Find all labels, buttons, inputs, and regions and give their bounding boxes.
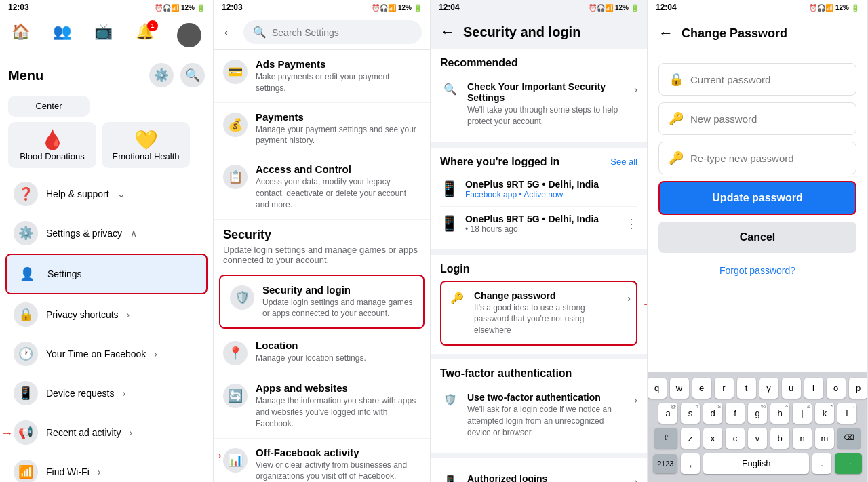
gear-icon[interactable]: ⚙️	[149, 63, 174, 87]
settings-item-access[interactable]: 📋 Access and Control Access your data, m…	[214, 155, 430, 219]
arrow-change-password: →	[642, 296, 647, 313]
menu-item-privacy[interactable]: 🔒 Privacy shortcuts ›	[5, 296, 208, 334]
authorized-icon: 📱	[440, 475, 460, 482]
device-1-more[interactable]: ⋮	[625, 216, 637, 231]
key-b[interactable]: b	[770, 428, 789, 449]
cancel-button[interactable]: Cancel	[658, 222, 856, 253]
nav-avatar[interactable]	[169, 19, 210, 52]
settings-item-off-facebook[interactable]: → 📊 Off-Facebook activity View or clear …	[214, 439, 430, 482]
key-enter[interactable]: →	[835, 453, 862, 474]
menu-item-help[interactable]: ❓ Help & support ⌄	[5, 175, 208, 213]
key-i[interactable]: i	[804, 378, 823, 399]
key-n[interactable]: n	[793, 428, 812, 449]
key-q[interactable]: q	[648, 378, 667, 399]
authorized-item[interactable]: 📱 Authorized logins Review a list of dev…	[440, 466, 637, 482]
device-item-1[interactable]: 📱 OnePlus 9RT 5G • Delhi, India • 18 hou…	[440, 207, 637, 241]
settings-item-payments[interactable]: 💰 Payments Manage your payment settings …	[214, 103, 430, 156]
settings-item-apps[interactable]: 🔄 Apps and websites Manage the informati…	[214, 374, 430, 438]
key-t[interactable]: t	[737, 378, 756, 399]
new-password-input[interactable]	[690, 113, 846, 125]
key-z[interactable]: z	[681, 428, 700, 449]
search-bar[interactable]: 🔍	[243, 20, 422, 44]
update-password-button[interactable]: Update password	[658, 181, 856, 215]
key-p[interactable]: p	[849, 378, 868, 399]
key-comma[interactable]: ,	[681, 453, 700, 474]
key-o[interactable]: o	[827, 378, 846, 399]
device-icon: 📱	[14, 381, 38, 405]
key-g[interactable]: g%	[748, 403, 767, 424]
key-a[interactable]: a@	[658, 403, 677, 424]
menu-item-settings-privacy[interactable]: ⚙️ Settings & privacy ∧	[5, 214, 208, 252]
payments-desc: Manage your payment settings and see you…	[256, 124, 420, 147]
settings-content: 💳 Ads Payments Make payments or edit you…	[214, 50, 430, 482]
settings-item-security-login[interactable]: 🛡️ Security and login Update login setti…	[219, 275, 425, 329]
lock-icon-1: 🔒	[669, 72, 684, 87]
key-k[interactable]: k*	[815, 403, 834, 424]
menu-item-device[interactable]: 📱 Device requests ›	[5, 374, 208, 412]
nav-watch[interactable]: 📺	[86, 19, 121, 52]
back-button-2[interactable]: ←	[222, 24, 237, 41]
key-j[interactable]: j&	[793, 403, 812, 424]
shortcut-emotional[interactable]: 💛 Emotional Health	[102, 122, 190, 168]
key-l[interactable]: l(	[837, 403, 856, 424]
key-r[interactable]: r	[715, 378, 734, 399]
time-1: 12:03	[8, 3, 29, 12]
settings-panel: 12:03 ⏰🎧📶 12% 🔋 ← 🔍 💳 Ads Payments Make …	[214, 0, 431, 482]
location-desc: Manage your location settings.	[256, 353, 420, 364]
search-icon[interactable]: 🔍	[180, 63, 205, 87]
recommended-title: Recommended	[440, 57, 637, 69]
retype-password-input[interactable]	[690, 153, 846, 164]
check-security-chevron: ›	[634, 84, 637, 95]
key-w[interactable]: w	[670, 378, 689, 399]
key-c[interactable]: c	[726, 428, 745, 449]
key-numbers[interactable]: ?123	[653, 454, 677, 473]
current-password-field[interactable]: 🔒	[658, 63, 856, 96]
key-shift[interactable]: ⇧	[654, 428, 677, 449]
key-x[interactable]: x	[703, 428, 722, 449]
shortcut-center[interactable]: Center	[8, 96, 90, 117]
device-item-0[interactable]: 📱 OnePlus 9RT 5G • Delhi, India Facebook…	[440, 172, 637, 207]
search-input[interactable]	[272, 27, 412, 38]
privacy-label: Privacy shortcuts	[46, 309, 119, 320]
nav-friends[interactable]: 👥	[45, 19, 79, 52]
search-icon-2: 🔍	[253, 26, 267, 39]
key-f[interactable]: f_	[726, 403, 745, 424]
key-s[interactable]: s#	[681, 403, 700, 424]
key-e[interactable]: e	[692, 378, 711, 399]
key-m[interactable]: m	[815, 428, 834, 449]
logged-in-section: Where you're logged in See all 📱 OnePlus…	[431, 148, 647, 249]
recommended-item[interactable]: 🔍 Check Your Important Security Settings…	[440, 75, 637, 134]
current-password-input[interactable]	[690, 74, 846, 85]
key-u[interactable]: u	[782, 378, 801, 399]
change-password-chevron: ›	[627, 293, 631, 304]
new-password-field[interactable]: 🔑	[658, 102, 856, 135]
key-y[interactable]: y	[760, 378, 778, 399]
menu-item-settings[interactable]: 👤 Settings	[5, 254, 208, 294]
see-all-button[interactable]: See all	[610, 157, 637, 167]
login-section: Login → 🔑 Change password It's a good id…	[431, 255, 647, 354]
authorized-title: Authorized logins	[467, 473, 627, 482]
key-period[interactable]: .	[812, 453, 831, 474]
shortcuts-bottom: 🩸 Blood Donations 💛 Emotional Health	[0, 122, 213, 174]
menu-item-wifi[interactable]: 📶 Find Wi-Fi ›	[5, 453, 208, 482]
two-factor-item[interactable]: 🛡️ Use two-factor authentication We'll a…	[440, 385, 637, 445]
key-h[interactable]: h^	[770, 403, 789, 424]
settings-item-location[interactable]: 📍 Location Manage your location settings…	[214, 332, 430, 374]
change-password-item[interactable]: 🔑 Change password It's a good idea to us…	[440, 281, 637, 346]
keyboard-row-1: q w e r t y u i o p	[650, 378, 865, 399]
back-button-3[interactable]: ←	[440, 23, 455, 41]
shortcut-blood[interactable]: 🩸 Blood Donations	[8, 122, 96, 168]
forgot-password-link[interactable]: Forgot password?	[658, 260, 856, 281]
nav-notifications[interactable]: 🔔 1	[127, 19, 162, 52]
change-password-desc: It's a good idea to use a strong passwor…	[474, 302, 620, 336]
menu-item-time[interactable]: 🕐 Your Time on Facebook ›	[5, 335, 208, 373]
key-v[interactable]: v	[748, 428, 767, 449]
back-button-4[interactable]: ←	[658, 24, 673, 42]
key-space[interactable]: English	[703, 453, 809, 474]
settings-item-ads-payments[interactable]: 💳 Ads Payments Make payments or edit you…	[214, 50, 430, 103]
nav-home[interactable]: 🏠	[3, 19, 38, 52]
key-backspace[interactable]: ⌫	[837, 428, 861, 449]
menu-item-ads[interactable]: → 📢 Recent ad activity ›	[5, 414, 208, 451]
retype-password-field[interactable]: 🔑	[658, 142, 856, 174]
key-d[interactable]: d$	[703, 403, 722, 424]
